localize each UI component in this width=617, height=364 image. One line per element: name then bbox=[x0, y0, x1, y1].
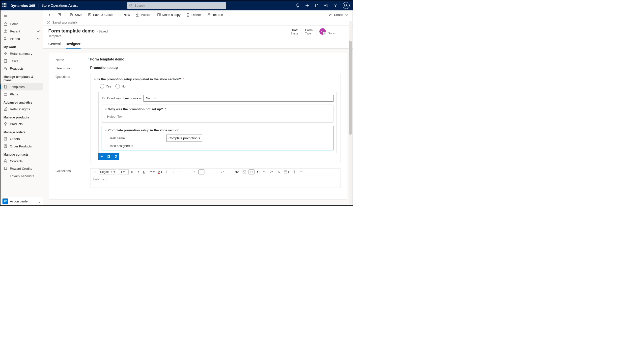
clear-icon[interactable]: ✕ bbox=[153, 96, 156, 100]
nav-templates[interactable]: Templates bbox=[0, 83, 43, 90]
make-copy-button[interactable]: Make a copy bbox=[155, 12, 183, 18]
svg-rect-34 bbox=[4, 175, 7, 177]
align-right-button[interactable] bbox=[213, 170, 218, 174]
search-icon bbox=[129, 4, 133, 7]
add-icon[interactable] bbox=[305, 3, 309, 8]
unlink-button[interactable] bbox=[227, 170, 232, 174]
publish-button[interactable]: Publish bbox=[133, 12, 153, 18]
toolbar-help-button[interactable]: ? bbox=[299, 170, 303, 174]
field-value-name[interactable]: Form template demo bbox=[90, 57, 340, 61]
italic-button[interactable]: I bbox=[136, 170, 140, 174]
font-color-button[interactable]: A▾ bbox=[157, 169, 163, 174]
copy-question-button[interactable] bbox=[105, 153, 112, 160]
search-input[interactable] bbox=[134, 3, 224, 8]
outdent-button[interactable] bbox=[179, 170, 184, 174]
tab-general[interactable]: General bbox=[48, 40, 61, 48]
notifications-icon[interactable] bbox=[314, 3, 319, 8]
drag-handle-icon[interactable]: ⠿ bbox=[94, 78, 95, 81]
tab-designer[interactable]: Designer bbox=[66, 40, 81, 48]
highlight-button[interactable]: ▾ bbox=[148, 170, 156, 174]
nav-collapse-button[interactable] bbox=[0, 11, 43, 20]
table-button[interactable]: ▾ bbox=[283, 170, 290, 174]
number-list-button[interactable]: 123 bbox=[172, 170, 177, 174]
align-center-button[interactable] bbox=[206, 170, 211, 174]
font-size-select[interactable]: 11▾ bbox=[118, 169, 129, 174]
ltr-button[interactable]: ¶‹ bbox=[256, 170, 260, 174]
field-value-description[interactable]: Promotion setup bbox=[90, 66, 340, 70]
save-button[interactable]: Save bbox=[67, 12, 84, 18]
task-question-container[interactable]: ⠿ Complete promotion setup in the shoe s… bbox=[102, 126, 334, 150]
save-close-button[interactable]: Save & Close bbox=[86, 12, 115, 18]
share-button[interactable]: Share bbox=[327, 12, 350, 18]
nav-label: Home bbox=[10, 22, 19, 26]
form-tabs: General Designer bbox=[43, 38, 353, 49]
nav-recent[interactable]: Recent bbox=[0, 28, 43, 35]
radio-no[interactable]: No bbox=[115, 84, 126, 88]
status-bar: Saved successfully bbox=[43, 19, 353, 26]
undo-button[interactable] bbox=[262, 170, 267, 174]
font-family-select[interactable]: Segoe UI▾ bbox=[99, 169, 116, 174]
quote-button[interactable]: ” bbox=[193, 169, 197, 174]
action-center-button[interactable]: AC Action center bbox=[0, 197, 43, 205]
bullet-list-button[interactable] bbox=[165, 170, 170, 174]
image-button[interactable] bbox=[242, 170, 247, 174]
rich-text-editor[interactable]: Enter text... bbox=[90, 175, 340, 188]
condition-value-select[interactable]: No ✕ bbox=[143, 95, 334, 102]
delete-button[interactable]: Delete bbox=[184, 12, 203, 18]
code-button[interactable] bbox=[249, 169, 254, 174]
settings-icon[interactable] bbox=[324, 3, 328, 8]
svg-rect-15 bbox=[4, 59, 7, 62]
svg-point-53 bbox=[166, 173, 167, 173]
format-painter-button[interactable] bbox=[92, 170, 97, 174]
insights-icon[interactable] bbox=[296, 3, 300, 8]
nav-plans[interactable]: Plans bbox=[0, 90, 43, 98]
delete-question-button[interactable] bbox=[112, 153, 119, 160]
align-left-button[interactable] bbox=[198, 169, 204, 174]
nav-contacts[interactable]: Contacts bbox=[0, 157, 43, 165]
add-question-button[interactable] bbox=[98, 153, 105, 160]
nav-tasks[interactable]: Tasks bbox=[0, 57, 43, 65]
user-avatar[interactable]: NU bbox=[343, 2, 350, 9]
nav-home[interactable]: Home bbox=[0, 20, 43, 28]
nav-group-products: Manage products bbox=[0, 113, 43, 120]
open-new-window-button[interactable] bbox=[55, 12, 63, 18]
back-button[interactable] bbox=[46, 12, 54, 18]
header-type-label: Type bbox=[305, 32, 312, 35]
link-button[interactable] bbox=[220, 170, 225, 174]
nav-loyalty-accounts[interactable]: Loyalty Accounts bbox=[0, 172, 43, 180]
new-button[interactable]: New bbox=[116, 12, 132, 18]
nav-requests[interactable]: Requests bbox=[0, 65, 43, 72]
redo-button[interactable] bbox=[269, 170, 274, 174]
clear-format-button[interactable] bbox=[276, 170, 281, 174]
scrollbar-thumb[interactable] bbox=[349, 41, 352, 135]
underline-button[interactable]: U bbox=[142, 170, 146, 174]
expand-collapse-icon bbox=[38, 199, 41, 203]
nav-orders[interactable]: Orders bbox=[0, 135, 43, 142]
nav-retail-summary[interactable]: Retail summary bbox=[0, 50, 43, 57]
radio-yes[interactable]: Yes bbox=[100, 84, 111, 88]
indent-button[interactable] bbox=[186, 170, 191, 174]
refresh-button[interactable]: Refresh bbox=[204, 12, 225, 18]
drag-handle-icon[interactable]: ⠿ bbox=[105, 108, 106, 111]
record-header: Form template demo - Saved Template Draf… bbox=[43, 26, 353, 38]
strikethrough-button[interactable]: abc bbox=[234, 170, 240, 174]
task-assigned-value[interactable]: --- bbox=[166, 144, 169, 148]
header-expand-button[interactable] bbox=[344, 28, 348, 32]
svg-rect-78 bbox=[284, 171, 287, 173]
vertical-scrollbar[interactable] bbox=[349, 21, 352, 204]
drag-handle-icon[interactable]: ⠿ bbox=[105, 129, 106, 132]
task-name-input[interactable] bbox=[166, 135, 202, 141]
action-center-label: Action center bbox=[10, 199, 29, 203]
nav-label: Loyalty Accounts bbox=[10, 174, 34, 178]
nav-retail-insights[interactable]: Retail insights bbox=[0, 105, 43, 113]
nav-pinned[interactable]: Pinned bbox=[0, 35, 43, 42]
helper-text-input[interactable] bbox=[105, 113, 330, 120]
bold-button[interactable]: B bbox=[130, 170, 135, 174]
app-launcher-icon[interactable] bbox=[2, 3, 7, 8]
nav-reward-credits[interactable]: Reward Credits bbox=[0, 165, 43, 172]
global-search[interactable] bbox=[127, 2, 226, 9]
nav-products[interactable]: Products bbox=[0, 120, 43, 128]
toolbar-settings-button[interactable] bbox=[292, 170, 297, 174]
help-icon[interactable] bbox=[333, 3, 338, 8]
nav-order-products[interactable]: Order Products bbox=[0, 142, 43, 150]
